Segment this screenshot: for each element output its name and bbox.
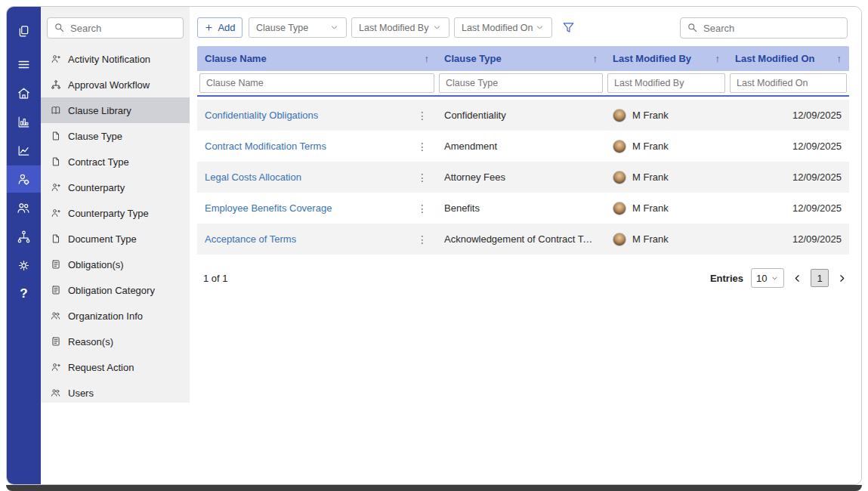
modified-by-name: M Frank (632, 141, 669, 152)
document-icon (51, 131, 61, 141)
filter-clause-name-input[interactable] (199, 73, 434, 93)
sidebar-item-label: Reason(s) (68, 336, 113, 347)
bar-chart-icon[interactable] (7, 108, 41, 135)
sidebar-item-label: Document Type (68, 233, 137, 245)
column-header-last-modified-on[interactable]: Last Modified On↑ (727, 46, 849, 71)
sidebar-item-users[interactable]: Users (41, 380, 190, 406)
modified-by-name: M Frank (632, 110, 669, 121)
modified-by-name: M Frank (632, 233, 669, 245)
modified-by-cell: M Frank (605, 233, 727, 246)
app-window: ? Activity Notification Approval Workflo… (6, 6, 862, 485)
clear-filter-icon[interactable] (561, 20, 576, 38)
clause-type-filter-dropdown[interactable]: Clause Type (249, 17, 347, 38)
last-modified-by-filter-dropdown[interactable]: Last Modified By (351, 17, 449, 38)
page-number-button[interactable]: 1 (811, 269, 829, 287)
sidebar-item-contract-type[interactable]: Contract Type (41, 149, 190, 174)
chevron-down-icon (329, 23, 339, 32)
clause-type-cell: Acknowledgement of Contract Ter... (437, 233, 605, 245)
filter-last-modified-on-input[interactable] (730, 73, 847, 93)
sort-asc-icon[interactable]: ↑ (425, 53, 430, 64)
row-actions-kebab-icon[interactable]: ⋮ (415, 171, 429, 184)
hamburger-menu-icon[interactable] (7, 51, 41, 78)
sidebar-search-input[interactable] (47, 17, 184, 39)
chevron-down-icon (535, 23, 545, 32)
line-chart-icon[interactable] (7, 137, 41, 164)
table-row[interactable]: Employee Benefits Coverage⋮ Benefits M F… (197, 193, 849, 224)
table-filter-row (197, 71, 849, 97)
clause-name-link[interactable]: Confidentiality Obligations (205, 110, 318, 121)
modified-on-cell: 12/09/2025 (727, 233, 849, 245)
table-row[interactable]: Legal Costs Allocation⋮ Attorney Fees M … (197, 162, 849, 193)
person-plus-icon (51, 208, 61, 218)
column-header-clause-name[interactable]: Clause Name↑ (197, 46, 437, 71)
next-page-icon[interactable] (836, 273, 848, 284)
sidebar-item-organization-info[interactable]: Organization Info (41, 303, 190, 329)
clause-name-link[interactable]: Contract Modification Terms (205, 141, 326, 152)
add-button[interactable]: Add (197, 17, 242, 38)
row-actions-kebab-icon[interactable]: ⋮ (415, 233, 429, 246)
table-row[interactable]: Confidentiality Obligations⋮ Confidentia… (197, 100, 849, 131)
filter-clause-type-input[interactable] (439, 73, 603, 93)
document-icon (51, 233, 61, 244)
column-header-last-modified-by[interactable]: Last Modified By↑ (605, 46, 727, 71)
clause-type-cell: Attorney Fees (437, 171, 605, 183)
modified-by-name: M Frank (632, 171, 669, 183)
dropdown-label: Last Modified By (359, 23, 428, 33)
modified-by-cell: M Frank (605, 140, 727, 153)
table-row[interactable]: Contract Modification Terms⋮ Amendment M… (197, 131, 849, 162)
sidebar-item-reasons[interactable]: Reason(s) (41, 329, 190, 354)
modified-on-cell: 12/09/2025 (727, 202, 849, 214)
row-actions-kebab-icon[interactable]: ⋮ (415, 110, 429, 122)
column-label: Clause Name (205, 53, 267, 64)
sidebar-item-activity-notification[interactable]: Activity Notification (41, 46, 190, 72)
sidebar-item-label: Organization Info (68, 310, 143, 322)
dropdown-label: Clause Type (256, 23, 308, 33)
pagination-bar: 1 of 1 Entries 10 1 (197, 267, 848, 289)
sidebar-item-label: Counterparty Type (68, 208, 149, 219)
sidebar: Activity Notification Approval Workflow … (41, 7, 190, 403)
sidebar-item-counterparty-type[interactable]: Counterparty Type (41, 200, 190, 226)
clause-name-link[interactable]: Employee Benefits Coverage (205, 202, 332, 214)
clause-table: Clause Name↑ Clause Type↑ Last Modified … (197, 46, 849, 255)
table-row[interactable]: Acceptance of Terms⋮ Acknowledgement of … (197, 224, 849, 255)
nav-rail: ? (7, 7, 41, 484)
admin-users-icon[interactable] (7, 165, 41, 193)
settings-gear-icon[interactable] (7, 252, 41, 279)
entries-value: 10 (756, 273, 767, 284)
help-icon[interactable]: ? (7, 280, 41, 307)
column-label: Last Modified On (735, 53, 814, 64)
avatar (613, 202, 626, 215)
sidebar-item-obligation-category[interactable]: Obligation Category (41, 277, 190, 303)
sidebar-item-document-type[interactable]: Document Type (41, 226, 190, 252)
sort-asc-icon[interactable]: ↑ (837, 53, 842, 64)
dropdown-label: Last Modified On (462, 23, 533, 33)
modified-on-cell: 12/09/2025 (727, 110, 849, 121)
sort-asc-icon[interactable]: ↑ (593, 53, 598, 64)
column-header-clause-type[interactable]: Clause Type↑ (437, 46, 605, 71)
sidebar-item-clause-type[interactable]: Clause Type (41, 123, 190, 149)
sidebar-item-approval-workflow[interactable]: Approval Workflow (41, 72, 190, 97)
sidebar-item-request-action[interactable]: Request Action (41, 354, 190, 380)
clause-name-link[interactable]: Legal Costs Allocation (205, 171, 301, 183)
modified-by-cell: M Frank (605, 202, 727, 215)
table-search-input[interactable] (680, 17, 848, 39)
last-modified-on-filter-dropdown[interactable]: Last Modified On (454, 17, 552, 38)
sort-asc-icon[interactable]: ↑ (715, 53, 721, 64)
sidebar-item-counterparty[interactable]: Counterparty (41, 174, 190, 200)
list-icon (51, 285, 61, 295)
sidebar-item-label: Approval Workflow (68, 79, 150, 91)
hierarchy-icon[interactable] (7, 223, 41, 250)
person-bell-icon (51, 54, 61, 64)
sidebar-item-clause-library[interactable]: Clause Library (41, 97, 190, 123)
row-actions-kebab-icon[interactable]: ⋮ (415, 141, 429, 153)
sidebar-item-obligations[interactable]: Obligation(s) (41, 252, 190, 277)
entries-per-page-dropdown[interactable]: 10 (751, 268, 784, 288)
filter-last-modified-by-input[interactable] (607, 73, 725, 93)
chevron-down-icon (432, 23, 442, 32)
clause-name-link[interactable]: Acceptance of Terms (205, 233, 296, 245)
sidebar-item-label: Counterparty (68, 182, 125, 193)
people-group-icon[interactable] (7, 194, 41, 221)
home-icon[interactable] (7, 79, 41, 107)
previous-page-icon[interactable] (792, 273, 803, 284)
row-actions-kebab-icon[interactable]: ⋮ (415, 202, 429, 215)
